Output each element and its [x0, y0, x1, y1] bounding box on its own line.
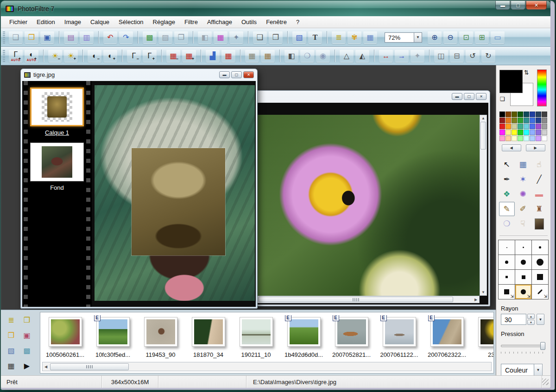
rayon-input[interactable]: 30 [501, 314, 526, 325]
image-copy-button[interactable]: ❑ [253, 31, 267, 44]
thumbnail-item[interactable]: E2007061122... [376, 315, 422, 358]
tigre-window-titlebar[interactable]: tigre.jpg ▬▢✕ [21, 69, 257, 81]
pression-slider[interactable] [501, 342, 545, 350]
saturation-minus-button[interactable]: ▦− [166, 50, 180, 62]
palette-color-swatch[interactable] [530, 124, 535, 129]
text-button[interactable]: T [308, 31, 322, 44]
palette-color-swatch[interactable] [530, 130, 535, 135]
brush-dot[interactable] [499, 240, 515, 255]
zoom-fit-button[interactable]: ⊡ [459, 31, 473, 44]
copy-merged-button[interactable]: ▨ [158, 31, 172, 44]
smudge-tool[interactable]: ❍ [499, 217, 515, 231]
thumbnail-polaroid[interactable]: E [96, 317, 130, 347]
thumbnail-polaroid[interactable]: E [383, 317, 416, 347]
couleur-dropdown-button[interactable]: ▼ [534, 364, 543, 376]
menu-filtre[interactable]: Filtre [180, 16, 202, 28]
palette-prev-button[interactable]: ◀ [502, 144, 521, 151]
brush-square[interactable] [515, 270, 532, 285]
palette-color-swatch[interactable] [530, 112, 535, 117]
thumbnail-item[interactable]: 2373 [472, 315, 493, 358]
thumbnail-polaroid[interactable] [478, 317, 494, 347]
scroll-down-icon[interactable]: ▼ [480, 290, 486, 294]
scroll-up-icon[interactable]: ▲ [480, 116, 486, 120]
resize-grip[interactable] [542, 379, 549, 385]
folder-image-button[interactable]: ❒ [19, 313, 34, 327]
tiger-photo[interactable] [95, 85, 255, 301]
brush-circle[interactable] [499, 255, 515, 270]
brush-slash-resizable[interactable]: ⇲ [532, 285, 549, 299]
paste-as-image-button[interactable]: ❐ [174, 31, 188, 44]
menu-help[interactable]: ? [291, 16, 304, 28]
palette-color-swatch[interactable] [518, 124, 523, 129]
vertical-scrollbar[interactable]: ▲ ▼ [480, 115, 487, 296]
play-button[interactable]: ▶ [19, 359, 34, 373]
eyedropper-tool[interactable]: ✒ [499, 172, 515, 187]
explorer-scroll-thumb[interactable] [50, 363, 129, 370]
menu-calque[interactable]: Calque [86, 16, 114, 28]
zoom-full-size-button[interactable]: ⊞ [475, 31, 489, 44]
full-screen-button[interactable]: ▭ [491, 31, 505, 44]
tigre-image-window[interactable]: tigre.jpg ▬▢✕ Calque 1Fond [20, 68, 258, 309]
image-paste-button[interactable]: ❒ [269, 31, 283, 44]
save-button[interactable]: ▣ [40, 31, 54, 44]
palette-color-swatch[interactable] [524, 130, 529, 135]
palette-color-swatch[interactable] [512, 124, 517, 129]
zoom-in-button[interactable]: ⊕ [428, 31, 442, 44]
palette-color-swatch[interactable] [542, 112, 547, 117]
palette-color-swatch[interactable] [536, 112, 541, 117]
folder-open-button[interactable]: ❒ [4, 328, 19, 342]
eraser-tool[interactable]: ▬ [531, 187, 547, 201]
palette-color-swatch[interactable] [512, 112, 517, 117]
histogram-button[interactable]: ▟ [206, 50, 220, 62]
palette-color-swatch[interactable] [505, 136, 511, 141]
folder-tree-button[interactable]: ≣ [4, 313, 19, 327]
new-pattern-button[interactable]: ◧ [198, 31, 212, 44]
palette-color-swatch[interactable] [524, 112, 529, 117]
maximize-button[interactable]: ▢ [511, 1, 525, 10]
brush-square-resizable[interactable]: ⇲ [499, 285, 515, 299]
thumbnail-polaroid[interactable] [192, 317, 225, 347]
hand-tool[interactable]: ☝ [531, 157, 547, 172]
thumbnail-item[interactable]: 190211_10 [233, 315, 279, 358]
select-dashed-button[interactable]: ▧ [4, 343, 19, 358]
thumbnail-polaroid[interactable]: E [335, 317, 368, 347]
palette-color-swatch[interactable] [542, 118, 547, 123]
contrast-plus-button[interactable]: ◐+ [103, 50, 117, 62]
thumbnail-item[interactable]: E2007062322... [424, 315, 470, 358]
close-button[interactable]: ✕ [243, 71, 254, 78]
gradient-direction-button[interactable]: → [395, 50, 409, 62]
zoom-level-input[interactable]: 72% [385, 32, 414, 43]
gamma-plus-auto-button[interactable]: Γ+AUTO [9, 50, 23, 62]
sharpen-more-button[interactable]: ◭ [355, 50, 369, 62]
minimize-button[interactable]: ▬ [452, 93, 462, 100]
saturation-plus-button[interactable]: ▦+ [182, 50, 196, 62]
brush-circle-resizable[interactable]: ⇲ [515, 285, 532, 299]
brush-circle[interactable] [515, 255, 532, 270]
toolbar-drag-handle[interactable] [3, 50, 5, 62]
reset-colors-icon[interactable]: ❏ [500, 96, 505, 102]
thumbnail-polaroid[interactable]: E [430, 317, 464, 347]
minimize-button[interactable]: ▬ [219, 71, 230, 78]
menu-fenetre[interactable]: Fenêtre [261, 16, 291, 28]
thumbnail-polaroid[interactable] [240, 317, 273, 347]
menu-fichier[interactable]: Fichier [5, 16, 32, 28]
mosaic-button[interactable]: ▦ [245, 50, 259, 62]
image-manager-tool[interactable]: ▦ [515, 157, 531, 172]
undo-button[interactable]: ↶ [103, 31, 117, 44]
brightness-minus-button[interactable]: ☀− [48, 50, 62, 62]
airbrush-tool[interactable]: ✺ [515, 187, 531, 201]
thumbnail-polaroid[interactable] [144, 317, 177, 347]
sharpen-button[interactable]: △ [340, 50, 354, 62]
paintbrush-tool[interactable]: ✎ [499, 202, 515, 216]
gradient-mask-button[interactable]: ◧ [284, 50, 298, 62]
menu-outils[interactable]: Outils [237, 16, 261, 28]
rgb-levels-button[interactable]: ▦ [221, 50, 235, 62]
brush-circle[interactable] [532, 255, 549, 270]
palette-color-swatch[interactable] [512, 136, 517, 141]
palette-color-swatch[interactable] [505, 112, 511, 117]
color-gradient-bar[interactable] [537, 69, 547, 106]
toolbar-drag-handle[interactable] [3, 31, 5, 44]
palette-color-swatch[interactable] [530, 118, 535, 123]
gamma-minus-button[interactable]: Γ− [127, 50, 141, 62]
pattern-button[interactable]: ▦ [261, 50, 275, 62]
